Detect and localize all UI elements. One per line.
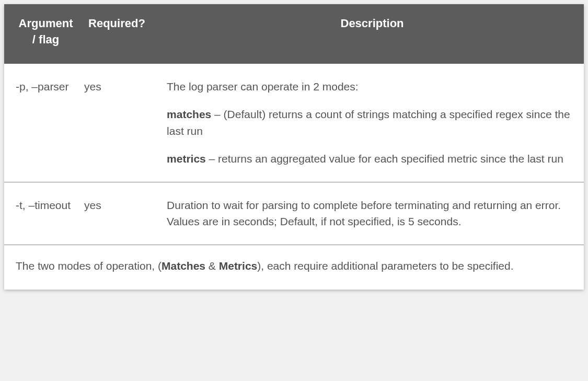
footer-note: The two modes of operation, (Matches & M…	[4, 245, 584, 274]
mode-label: matches	[167, 108, 211, 120]
cell-required: yes	[82, 182, 160, 245]
header-description: Description	[160, 4, 584, 64]
table-row: -p, –parser yes The log parser can opera…	[4, 64, 584, 182]
footer-post: ), each require additional parameters to…	[257, 260, 513, 272]
cell-argument: -p, –parser	[4, 64, 82, 182]
arguments-table: Argument / flag Required? Description -p…	[4, 4, 584, 245]
header-argument: Argument / flag	[4, 4, 82, 64]
cell-required: yes	[82, 64, 160, 182]
desc-mode-metrics: metrics – returns an aggregated value fo…	[167, 151, 572, 167]
cell-description: Duration to wait for parsing to complete…	[160, 182, 584, 245]
documentation-card: Argument / flag Required? Description -p…	[4, 4, 584, 290]
cell-description: The log parser can operate in 2 modes: m…	[160, 64, 584, 182]
desc-line: Duration to wait for parsing to complete…	[167, 197, 572, 214]
footer-pre: The two modes of operation, (	[16, 260, 162, 272]
header-required: Required?	[82, 4, 160, 64]
desc-mode-matches: matches – (Default) returns a count of s…	[167, 106, 572, 139]
mode-text: – returns an aggregated value for each s…	[206, 153, 563, 165]
cell-argument: -t, –timeout	[4, 182, 82, 245]
footer-amp: &	[205, 260, 219, 272]
mode-label: metrics	[167, 153, 206, 165]
table-row: -t, –timeout yes Duration to wait for pa…	[4, 182, 584, 245]
footer-bold-matches: Matches	[162, 260, 205, 272]
mode-text: – (Default) returns a count of strings m…	[167, 108, 570, 137]
footer-bold-metrics: Metrics	[219, 260, 258, 272]
table-header-row: Argument / flag Required? Description	[4, 4, 584, 64]
desc-intro: The log parser can operate in 2 modes:	[167, 78, 572, 95]
desc-line: Values are in seconds; Default, if not s…	[167, 213, 572, 230]
